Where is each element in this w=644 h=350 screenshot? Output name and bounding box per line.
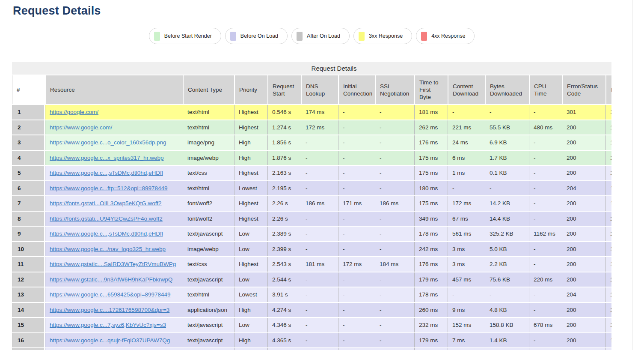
resource-link[interactable]: https://fonts.gstati...U94YtzCwZsPF4o.wo…: [50, 215, 163, 222]
cell-status_code: 200: [562, 227, 605, 241]
cell-ip: 1: [605, 166, 611, 180]
cell-content_download: -: [448, 181, 485, 196]
vertical-divider: [632, 0, 632, 350]
legend-swatch-before-start-render: [154, 32, 160, 41]
cell-ssl_negotiation: -: [375, 212, 414, 226]
cell-status_code: 200: [562, 318, 605, 332]
legend-chip-4xx-response: 4xx Response: [416, 28, 475, 44]
cell-ssl_negotiation: -: [375, 272, 414, 287]
cell-request_start: 2.26 s: [267, 196, 301, 211]
resource-link[interactable]: https://www.google.c...7,syz6,KbYvUc?xjs…: [50, 322, 166, 328]
cell-request_start: 1.876 s: [267, 151, 301, 165]
resource-link[interactable]: https://www.google.c...6598425&opi=89978…: [50, 291, 171, 298]
resource-link[interactable]: https://www.google.c...x_sprites317_hr.w…: [50, 155, 163, 161]
table-row: 13https://www.google.c...6598425&opi=899…: [12, 287, 611, 302]
cell-status_code: 204: [562, 287, 605, 302]
cell-request_start: 2.543 s: [267, 257, 301, 272]
legend-swatch-before-on-load: [230, 32, 236, 41]
cell-ip: 1: [605, 151, 611, 165]
resource-link[interactable]: https://www.google.c...qsujr-fFqlO37UPAW…: [50, 337, 170, 344]
cell-ip: 1: [605, 105, 611, 120]
cell-resource: [45, 348, 183, 350]
cell-bytes_downloaded: 1.4 KB: [485, 333, 529, 348]
cell-priority: Low: [234, 318, 267, 332]
cell-dns_lookup: -: [301, 333, 338, 348]
resource-link[interactable]: https://www.gstatic....SaIRD3WTeyZtRVmuB…: [50, 261, 176, 267]
cell-ttfb: 175 ms: [414, 196, 448, 211]
legend: Before Start RenderBefore On LoadAfter O…: [12, 28, 611, 44]
cell-dns_lookup: -: [301, 212, 338, 226]
table-caption-row: Request Details: [12, 62, 611, 75]
cell-dns_lookup: 172 ms: [301, 120, 338, 135]
legend-chip-before-on-load: Before On Load: [225, 28, 288, 44]
cell-initial_connection: -: [338, 135, 375, 150]
resource-link[interactable]: https://fonts.gstati...OIlL3Owp5eKQtG.wo…: [50, 200, 162, 206]
cell-ssl_negotiation: -: [375, 105, 414, 120]
cell-initial_connection: -: [338, 242, 375, 257]
table-caption: Request Details: [12, 62, 611, 75]
row-number-cell: 15: [12, 318, 45, 332]
table-row: 1https://google.com/text/htmlHighest0.54…: [12, 105, 611, 120]
cell-content_download: 6 ms: [448, 151, 485, 165]
legend-label: Before Start Render: [164, 33, 212, 39]
resource-link[interactable]: https://www.google.c...,sTsDMc,dtl0hd,eH…: [50, 230, 163, 237]
cell-dns_lookup: -: [301, 318, 338, 332]
row-number-cell: 16: [12, 333, 45, 348]
column-header-ttfb: Time to First Byte: [414, 75, 448, 104]
cell-status_code: 200: [562, 303, 605, 317]
cell-cpu_time: -: [529, 212, 562, 226]
cell-ttfb: 176 ms: [414, 257, 448, 272]
resource-link[interactable]: https://www.google.c...,sTsDMc,dtl0hd,eH…: [50, 170, 163, 176]
cell-content_type: image/webp: [183, 242, 234, 257]
cell-priority: High: [234, 151, 267, 165]
cell-cpu_time: -: [529, 166, 562, 180]
cell-ip: 1: [605, 135, 611, 150]
cell-content_type: font/woff2: [183, 196, 234, 211]
cell-ttfb: 178 ms: [414, 227, 448, 241]
cell-resource: https://www.google.c.../nav_logo325_hr.w…: [45, 242, 183, 257]
cell-request_start: 2.195 s: [267, 181, 301, 196]
legend-chip-3xx-response: 3xx Response: [353, 28, 412, 44]
cell-ttfb: 232 ms: [414, 318, 448, 332]
cell-cpu_time: 678 ms: [529, 318, 562, 332]
row-number-cell: 2: [12, 120, 45, 135]
resource-link[interactable]: https://www.google.c...ftp=512&opi=89978…: [50, 185, 167, 191]
cell-priority: High: [234, 135, 267, 150]
cell-dns_lookup: [301, 348, 338, 350]
cell-content_type: text/javascript: [183, 272, 234, 287]
table-row: 5https://www.google.c...,sTsDMc,dtl0hd,e…: [12, 166, 611, 180]
cell-content_download: 3 ms: [448, 242, 485, 257]
resource-link[interactable]: https://www.google.com/: [50, 124, 112, 131]
cell-initial_connection: -: [338, 166, 375, 180]
column-header-num: #: [12, 75, 45, 104]
cell-request_start: 4.274 s: [267, 303, 301, 317]
cell-ssl_negotiation: -: [375, 242, 414, 257]
cell-content_type: font/woff2: [183, 212, 234, 226]
cell-priority: Highest: [234, 166, 267, 180]
cell-initial_connection: -: [338, 105, 375, 120]
column-header-content_download: Content Download: [448, 75, 485, 104]
row-number-cell: 1: [12, 105, 45, 120]
resource-link[interactable]: https://www.google.c...o_color_160x56dp.…: [50, 139, 166, 146]
cell-content_type: text/css: [183, 166, 234, 180]
row-number-cell: 13: [12, 287, 45, 302]
cell-ttfb: 260 ms: [414, 303, 448, 317]
column-header-resource: Resource: [45, 75, 183, 104]
cell-initial_connection: -: [338, 181, 375, 196]
cell-ttfb: 180 ms: [414, 181, 448, 196]
resource-link[interactable]: https://www.google.c....1726176598700&dp…: [50, 307, 169, 313]
cell-priority: [234, 348, 267, 350]
resource-link[interactable]: https://www.gstatic....9n3AfW6H9hKaPFbkr…: [50, 276, 172, 283]
cell-ttfb: [414, 348, 448, 350]
cell-content_type: text/html: [183, 120, 234, 135]
resource-link[interactable]: https://www.google.c.../nav_logo325_hr.w…: [50, 246, 166, 252]
cell-dns_lookup: -: [301, 287, 338, 302]
cell-content_type: text/html: [183, 181, 234, 196]
resource-link[interactable]: https://google.com/: [50, 109, 98, 115]
cell-content_download: 9 ms: [448, 303, 485, 317]
cell-request_start: 2.26 s: [267, 212, 301, 226]
legend-swatch-3xx-response: [359, 32, 365, 41]
cell-request_start: 2.163 s: [267, 166, 301, 180]
cell-priority: Lowest: [234, 181, 267, 196]
cell-resource: https://www.google.c...o_color_160x56dp.…: [45, 135, 183, 150]
